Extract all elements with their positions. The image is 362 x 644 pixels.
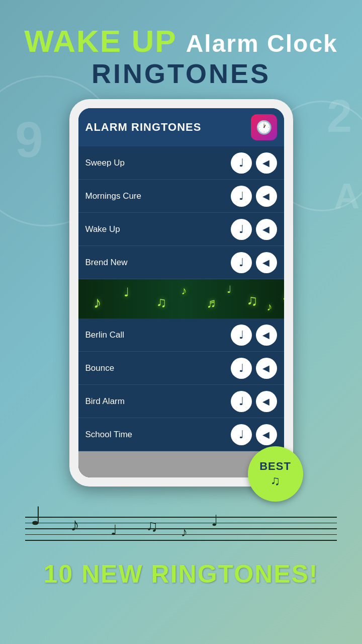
deco-note-2: ♪ — [70, 514, 79, 535]
play-arrow-icon-3: ◀ — [262, 225, 269, 234]
alarm-clock-text: Alarm Clock — [186, 30, 338, 57]
app-icon: 🕐 — [251, 114, 277, 140]
ringtone-row-1: Sweep Up ♩ ◀ — [78, 146, 284, 180]
ringtone-row-7: Bird Alarm ♩ ◀ — [78, 385, 284, 418]
music-note-icon-1: ♩ — [239, 157, 244, 169]
app-header: ALARM RINGTONES 🕐 — [78, 108, 284, 146]
float-note-8: ♪ — [267, 300, 273, 313]
ringtones-big-title: RINGTONES — [24, 57, 338, 90]
play-arrow-icon-6: ◀ — [262, 364, 269, 373]
ringtone-name-1: Sweep Up — [85, 158, 231, 168]
ringtone-name-8: School Time — [85, 430, 231, 440]
ringtone-name-6: Bounce — [85, 363, 231, 373]
play-btn-1[interactable]: ◀ — [256, 152, 277, 174]
music-decoration: ♩ ♪ ♩ ♫ ♪ ♩ — [0, 497, 362, 557]
music-note-icon-3: ♩ — [239, 224, 244, 235]
wake-up-line: WAKE UP Alarm Clock — [24, 23, 338, 60]
ringtone-row-3: Wake Up ♩ ◀ — [78, 213, 284, 246]
play-arrow-icon-4: ◀ — [262, 258, 269, 267]
row-buttons-3: ♩ ◀ — [231, 219, 277, 240]
float-note-6: ♩ — [227, 283, 231, 295]
play-btn-7[interactable]: ◀ — [256, 391, 277, 412]
best-music-note-icon: ♫ — [270, 473, 281, 489]
main-content: WAKE UP Alarm Clock RINGTONES ALARM RING… — [0, 0, 362, 644]
float-note-2: ♩ — [124, 285, 129, 299]
music-note-icon-8: ♩ — [239, 429, 244, 440]
play-btn-4[interactable]: ◀ — [256, 252, 277, 273]
music-note-icon-4: ♩ — [239, 257, 244, 268]
play-note-btn-5[interactable]: ♩ — [231, 325, 252, 346]
ringtone-name-2: Mornings Cure — [85, 191, 231, 201]
play-note-btn-1[interactable]: ♩ — [231, 152, 252, 174]
notes-animation-strip: ♪ ♩ ♫ ♪ ♬ ♩ ♫ ♪ ♬ — [78, 279, 284, 318]
ringtone-row-8: School Time ♩ ◀ — [78, 418, 284, 451]
row-buttons-8: ♩ ◀ — [231, 424, 277, 445]
play-btn-6[interactable]: ◀ — [256, 358, 277, 379]
header-title: ALARM RINGTONES — [85, 121, 202, 134]
music-note-icon-7: ♩ — [239, 396, 244, 407]
float-note-3: ♫ — [156, 294, 167, 310]
row-buttons-4: ♩ ◀ — [231, 252, 277, 273]
float-note-5: ♬ — [207, 295, 217, 311]
play-arrow-icon-2: ◀ — [262, 192, 269, 201]
play-btn-3[interactable]: ◀ — [256, 219, 277, 240]
staff-line-5 — [25, 540, 337, 541]
ringtone-name-4: Brend New — [85, 258, 231, 268]
play-note-btn-7[interactable]: ♩ — [231, 391, 252, 412]
music-note-icon-5: ♩ — [239, 330, 244, 341]
play-btn-8[interactable]: ◀ — [256, 424, 277, 445]
float-note-1: ♪ — [94, 293, 102, 312]
ringtone-name-5: Berlin Call — [85, 330, 231, 340]
row-buttons-6: ♩ ◀ — [231, 358, 277, 379]
play-note-btn-6[interactable]: ♩ — [231, 358, 252, 379]
deco-note-4: ♫ — [146, 517, 158, 535]
ringtone-list: Sweep Up ♩ ◀ Mornings Cure — [78, 146, 284, 451]
music-note-icon-2: ♩ — [239, 191, 244, 202]
top-title-block: WAKE UP Alarm Clock RINGTONES — [24, 23, 338, 90]
play-arrow-icon-7: ◀ — [262, 397, 269, 406]
bottom-text: 10 NEW RINGTONES! — [43, 559, 318, 589]
best-badge: BEST ♫ — [248, 446, 303, 502]
float-note-7: ♫ — [247, 292, 258, 309]
row-buttons-1: ♩ ◀ — [231, 152, 277, 174]
play-note-btn-2[interactable]: ♩ — [231, 186, 252, 207]
play-note-btn-4[interactable]: ♩ — [231, 252, 252, 273]
play-note-btn-3[interactable]: ♩ — [231, 219, 252, 240]
music-note-icon-6: ♩ — [239, 363, 244, 374]
play-btn-5[interactable]: ◀ — [256, 325, 277, 346]
float-note-4: ♪ — [182, 284, 187, 297]
play-arrow-icon-8: ◀ — [262, 430, 269, 439]
ringtone-row-5: Berlin Call ♩ ◀ — [78, 318, 284, 352]
phone-inner: ALARM RINGTONES 🕐 Sweep Up ♩ ◀ — [78, 108, 284, 477]
play-btn-2[interactable]: ◀ — [256, 186, 277, 207]
deco-note-6: ♩ — [211, 512, 218, 529]
play-note-btn-8[interactable]: ♩ — [231, 424, 252, 445]
deco-note-3: ♩ — [111, 522, 117, 538]
play-arrow-icon-1: ◀ — [262, 158, 269, 168]
float-note-9: ♬ — [282, 287, 284, 303]
row-buttons-2: ♩ ◀ — [231, 186, 277, 207]
best-label: BEST — [259, 460, 291, 473]
clock-icon: 🕐 — [256, 120, 272, 135]
ringtone-row-6: Bounce ♩ ◀ — [78, 352, 284, 385]
deco-note-large: ♩ — [30, 502, 42, 531]
ringtone-row-4: Brend New ♩ ◀ — [78, 246, 284, 279]
play-arrow-icon-5: ◀ — [262, 331, 269, 340]
ringtone-name-3: Wake Up — [85, 224, 231, 234]
row-buttons-5: ♩ ◀ — [231, 325, 277, 346]
deco-note-5: ♪ — [181, 524, 188, 540]
ringtone-name-7: Bird Alarm — [85, 396, 231, 407]
wake-up-text: WAKE UP — [24, 24, 176, 58]
ringtone-row-2: Mornings Cure ♩ ◀ — [78, 180, 284, 213]
row-buttons-7: ♩ ◀ — [231, 391, 277, 412]
phone-mockup: ALARM RINGTONES 🕐 Sweep Up ♩ ◀ — [69, 99, 293, 487]
